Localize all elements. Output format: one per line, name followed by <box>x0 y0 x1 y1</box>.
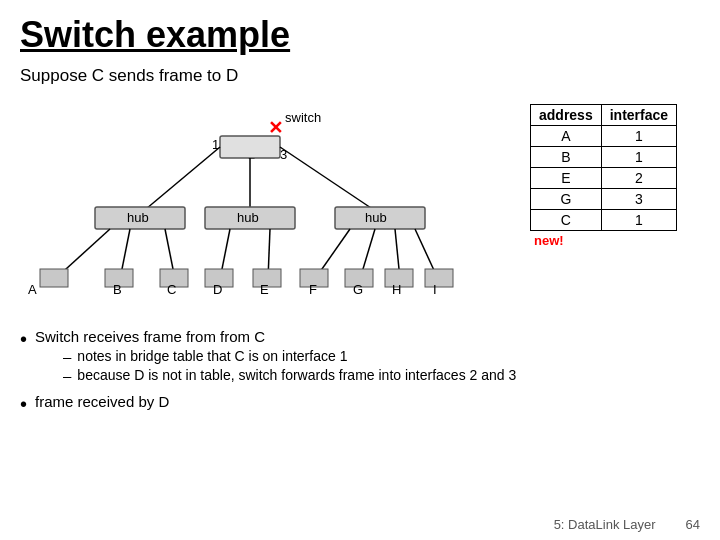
col-interface-header: interface <box>601 105 676 126</box>
svg-text:B: B <box>113 282 122 297</box>
col-address-header: address <box>531 105 602 126</box>
interface-cell: 3 <box>601 189 676 210</box>
bullet-item-2: • frame received by D <box>20 393 700 415</box>
sub-bullets-1: – notes in bridge table that C is on int… <box>63 348 516 384</box>
bullet-content-1: Switch receives frame from from C – note… <box>35 328 516 387</box>
svg-rect-40 <box>425 269 453 287</box>
diagram-area: switch ✕ 1 2 3 hub hub <box>20 104 520 314</box>
bullet-item-1: • Switch receives frame from from C – no… <box>20 328 700 387</box>
svg-text:hub: hub <box>237 210 259 225</box>
address-cell: E <box>531 168 602 189</box>
page: Switch example Suppose C sends frame to … <box>0 0 720 540</box>
address-table: address interface A 1 B 1 E 2 <box>530 104 677 231</box>
address-table-area: address interface A 1 B 1 E 2 <box>530 104 677 249</box>
interface-cell: 1 <box>601 210 676 231</box>
sub-bullet-text-1b: because D is not in table, switch forwar… <box>77 367 516 383</box>
svg-text:hub: hub <box>127 210 149 225</box>
svg-text:H: H <box>392 282 401 297</box>
sub-bullet-text-1a: notes in bridge table that C is on inter… <box>77 348 347 364</box>
svg-text:G: G <box>353 282 363 297</box>
table-row: E 2 <box>531 168 677 189</box>
svg-text:F: F <box>309 282 317 297</box>
subtitle: Suppose C sends frame to D <box>20 66 700 86</box>
address-cell: A <box>531 126 602 147</box>
bullet-dot-1: • <box>20 328 27 350</box>
footer: 5: DataLink Layer 64 <box>554 517 700 532</box>
page-title: Switch example <box>20 14 700 56</box>
table-row: A 1 <box>531 126 677 147</box>
svg-line-6 <box>140 147 220 214</box>
svg-text:switch: switch <box>285 110 321 125</box>
svg-text:hub: hub <box>365 210 387 225</box>
network-diagram: switch ✕ 1 2 3 hub hub <box>20 104 520 314</box>
footer-right: 64 <box>686 517 700 532</box>
sub-dash-1b: – <box>63 367 71 384</box>
interface-cell: 1 <box>601 147 676 168</box>
svg-text:C: C <box>167 282 176 297</box>
svg-line-12 <box>280 147 380 214</box>
bullets-section: • Switch receives frame from from C – no… <box>20 328 700 415</box>
bullet-text-2: frame received by D <box>35 393 169 410</box>
svg-rect-16 <box>40 269 68 287</box>
svg-text:D: D <box>213 282 222 297</box>
bullet-text-1: Switch receives frame from from C <box>35 328 265 345</box>
sub-bullet-1b: – because D is not in table, switch forw… <box>63 367 516 384</box>
svg-text:I: I <box>433 282 437 297</box>
table-row: G 3 <box>531 189 677 210</box>
main-content: switch ✕ 1 2 3 hub hub <box>20 104 700 314</box>
address-cell: B <box>531 147 602 168</box>
svg-text:✕: ✕ <box>268 118 283 138</box>
address-cell: C <box>531 210 602 231</box>
svg-text:E: E <box>260 282 269 297</box>
footer-left: 5: DataLink Layer <box>554 517 656 532</box>
sub-dash-1a: – <box>63 348 71 365</box>
interface-cell: 1 <box>601 126 676 147</box>
new-label: new! <box>534 233 564 248</box>
interface-cell: 2 <box>601 168 676 189</box>
table-row: B 1 <box>531 147 677 168</box>
bullet-dot-2: • <box>20 393 27 415</box>
svg-text:A: A <box>28 282 37 297</box>
table-row: C 1 <box>531 210 677 231</box>
address-cell: G <box>531 189 602 210</box>
svg-rect-5 <box>220 136 280 158</box>
sub-bullet-1a: – notes in bridge table that C is on int… <box>63 348 516 365</box>
